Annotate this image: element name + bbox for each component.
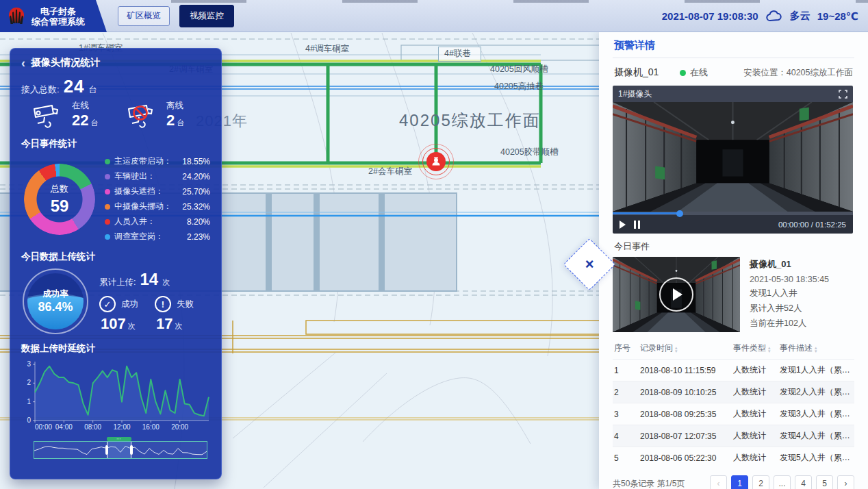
column-header-2[interactable]: 事件类型▴▾ — [732, 338, 778, 360]
record-summary: 共50条记录 第1/5页 — [613, 478, 685, 489]
map-label-drainage-roadway: 40205高抽巷 — [494, 81, 544, 92]
svg-text:16:00: 16:00 — [142, 423, 159, 431]
page-button-1[interactable]: 1 — [731, 475, 748, 489]
map-label-crosscut4: 4#联巷 — [438, 47, 481, 62]
sort-carets-icon[interactable]: ▴▾ — [768, 346, 771, 353]
total-label: 接入总数: — [21, 84, 60, 96]
event-line-1: 发现1人入井 — [750, 288, 829, 299]
brush-selection[interactable] — [107, 442, 132, 458]
tab-mine-overview[interactable]: 矿区概览 — [118, 6, 170, 26]
legend-item-1[interactable]: 车辆驶出： 24.20% — [105, 171, 210, 182]
svg-text:2: 2 — [27, 379, 31, 386]
total-value: 24 — [64, 76, 85, 97]
page-button-5[interactable]: 5 — [816, 475, 833, 489]
today-events-title: 今日事件 — [613, 234, 854, 257]
column-header-3[interactable]: 事件描述▴▾ — [778, 338, 854, 360]
page-ellipsis[interactable]: ... — [774, 475, 791, 489]
column-header-1[interactable]: 记录时间▴▾ — [639, 338, 732, 360]
legend-item-0[interactable]: 主运皮带启动： 18.55% — [105, 155, 210, 167]
offline-cameras: 离线 2台 — [116, 100, 210, 129]
table-row-2[interactable]: 22018-08-09 10:10:25人数统计发现2人入井（累计入井52人..… — [613, 381, 854, 403]
pause-button[interactable] — [634, 221, 640, 229]
tunnel-scene — [613, 102, 853, 212]
total-cameras: 接入总数: 24 台 — [21, 76, 210, 97]
svg-text:04:00: 04:00 — [55, 423, 73, 431]
camera-stats-panel: ‹ 摄像头情况统计 接入总数: 24 台 在线 — [10, 48, 222, 479]
page-button-4[interactable]: 4 — [795, 475, 812, 489]
cell-time: 2018-08-07 12:07:35 — [639, 425, 732, 447]
brush-handle-right[interactable] — [130, 445, 133, 455]
legend-item-2[interactable]: 摄像头遮挡： 25.70% — [105, 186, 210, 197]
sort-carets-icon[interactable]: ▴▾ — [675, 346, 678, 353]
cloud-weather-icon — [765, 10, 783, 23]
video-progress-knob[interactable] — [676, 210, 683, 217]
success-unit: 次 — [128, 322, 136, 330]
video-progress-bar[interactable] — [613, 212, 853, 215]
cell-desc: 发现3人入井（累计入井52人... — [778, 403, 854, 425]
sort-carets-icon[interactable]: ▴▾ — [815, 346, 817, 353]
event-video-thumbnail[interactable] — [613, 257, 740, 332]
cell-desc: 发现5人入井（累计入井52人... — [778, 447, 854, 469]
fail-label: 失败 — [177, 299, 194, 310]
play-button[interactable] — [620, 221, 626, 229]
donut-center-value: 59 — [51, 197, 69, 216]
success-label: 成功 — [121, 299, 138, 310]
cell-index: 4 — [613, 425, 639, 447]
today-event-card: 摄像机_01 2021-05-30 18:35:45 发现1人入井 累计入井52… — [613, 257, 854, 332]
donut-center-label: 总数 — [51, 183, 68, 195]
brush-handle-bar[interactable]: ⋯ — [107, 437, 132, 441]
cell-type: 人数统计 — [732, 447, 778, 469]
play-circle-icon — [659, 277, 693, 312]
alert-detail-panel: 预警详情 摄像机_01 在线 安装位置：40205综放工作面 1#摄像头 — [599, 32, 868, 489]
table-row-3[interactable]: 32018-08-08 09:25:35人数统计发现3人入井（累计入井52人..… — [613, 403, 854, 425]
brush-handle-left[interactable] — [105, 445, 108, 455]
video-title: 1#摄像头 — [618, 88, 652, 100]
event-meta: 摄像机_01 2021-05-30 18:35:45 发现1人入井 累计入井52… — [750, 257, 829, 332]
online-value: 22 — [72, 112, 88, 129]
map-label-belt-gateway: 40205胶带顺槽 — [500, 147, 559, 158]
back-chevron-icon[interactable]: ‹ — [21, 58, 25, 68]
upload-section-title: 今日数据上传统计 — [21, 251, 210, 263]
table-row-4[interactable]: 42018-08-07 12:07:35人数统计发现4人入井（累计入井52人..… — [613, 425, 854, 447]
alert-marker[interactable] — [418, 144, 454, 179]
legend-label: 调查室空岗： — [114, 231, 187, 242]
cell-index: 3 — [613, 403, 639, 425]
miner-alert-icon — [426, 152, 446, 171]
legend-value: 8.20% — [187, 217, 210, 227]
events-donut-row: 总数 59 主运皮带启动： 18.55% 车辆驶出： 24.20% 摄像头遮挡：… — [21, 155, 210, 242]
event-datetime: 2021-05-30 18:35:45 — [750, 275, 829, 284]
svg-text:08:00: 08:00 — [84, 423, 101, 431]
events-donut-chart: 总数 59 — [24, 164, 95, 235]
cell-type: 人数统计 — [732, 381, 778, 403]
legend-label: 车辆驶出： — [114, 171, 182, 182]
map-label-workface: 40205综放工作面 — [399, 110, 541, 131]
app-root: 1#调车硐室 2#调车硐室 4#调车硐室 4#联巷 40205回风顺槽 4020… — [0, 0, 868, 489]
cell-index: 5 — [613, 447, 639, 469]
fullscreen-icon[interactable] — [839, 90, 847, 99]
table-row-1[interactable]: 12018-08-10 11:15:59人数统计发现1人入井（累计入井52人..… — [613, 360, 854, 381]
tab-video-monitor[interactable]: 视频监控 — [179, 5, 234, 27]
latency-section-title: 数据上传时延统计 — [21, 342, 210, 355]
online-label: 在线 — [72, 100, 98, 112]
thumbnail-play-overlay[interactable] — [613, 257, 740, 332]
prev-page-button[interactable]: ‹ — [710, 475, 727, 489]
success-value: 107 — [101, 315, 126, 332]
company-logo-icon — [5, 5, 27, 27]
chart-brush-slider[interactable]: ⋯ — [34, 441, 207, 459]
table-row-5[interactable]: 52018-08-06 05:22:30人数统计发现5人入井（累计入井52人..… — [613, 447, 854, 469]
online-cameras: 在线 22台 — [21, 100, 116, 129]
cell-time: 2018-08-09 10:10:25 — [639, 381, 732, 403]
datetime-text: 2021-08-07 19:08:30 — [662, 10, 758, 22]
top-header: 电子封条 综合管理系统 矿区概览 视频监控 2021-08-07 19:08:3… — [0, 0, 868, 32]
page-button-2[interactable]: 2 — [752, 475, 769, 489]
legend-item-3[interactable]: 中摄像头挪动： 25.32% — [105, 201, 210, 212]
legend-value: 25.32% — [182, 202, 210, 212]
table-header-row: 序号记录时间▴▾事件类型▴▾事件描述▴▾ — [613, 338, 854, 360]
legend-value: 25.70% — [182, 187, 210, 197]
next-page-button[interactable]: › — [837, 475, 854, 489]
video-live-frame[interactable] — [613, 102, 853, 212]
fail-exclaim-icon: ! — [155, 296, 171, 312]
success-check-icon: ✓ — [99, 296, 116, 312]
legend-item-5[interactable]: 调查室空岗： 2.23% — [105, 231, 210, 242]
legend-item-4[interactable]: 人员入井： 8.20% — [105, 216, 210, 227]
